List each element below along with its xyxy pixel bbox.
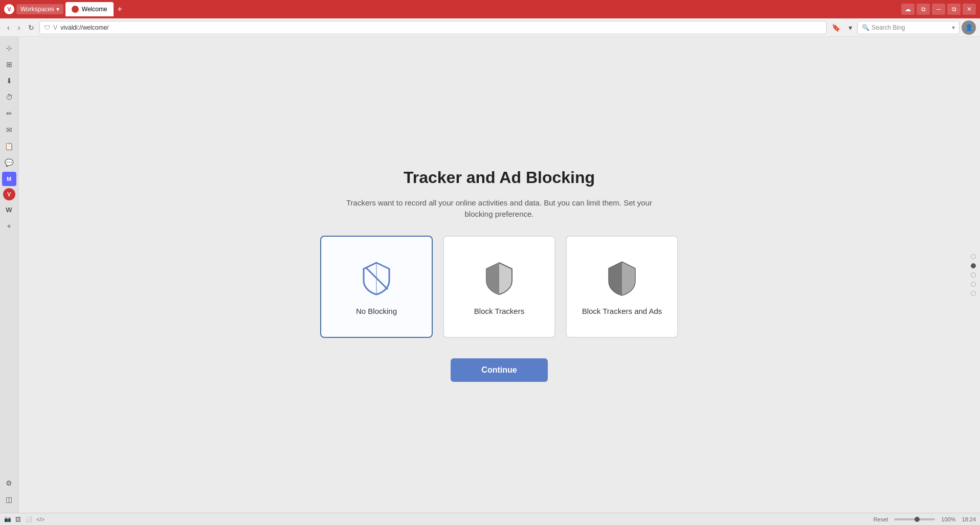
address-text: vivaldi://welcome/ xyxy=(60,24,108,31)
shield-security-icon: 🛡 xyxy=(44,24,50,31)
bookmark-chevron-button[interactable]: ▾ xyxy=(845,21,855,34)
page-dot-4[interactable] xyxy=(971,282,976,287)
search-icon: 🔍 xyxy=(862,24,870,31)
page-dot-5[interactable] xyxy=(971,291,976,296)
block-trackers-shield-icon xyxy=(479,258,520,299)
code-icon: </> xyxy=(36,516,44,522)
history-icon[interactable]: ⏱ xyxy=(2,90,16,104)
image-icon: 🖼 xyxy=(15,516,21,522)
contacts-icon[interactable]: 💬 xyxy=(2,155,16,170)
titlebar: V Workspaces ▾ Welcome + ☁ ⧉ ─ ⧉ ✕ xyxy=(0,0,980,18)
vivaldi-scheme-icon: V xyxy=(53,24,57,31)
block-trackers-label: Block Trackers xyxy=(474,307,524,315)
page-dot-1[interactable] xyxy=(971,254,976,259)
search-engine-chevron[interactable]: ▾ xyxy=(952,24,955,31)
wikipedia-icon[interactable]: W xyxy=(2,202,16,217)
settings-icon[interactable]: ⚙ xyxy=(2,476,16,490)
notes-icon[interactable]: ✏ xyxy=(2,106,16,121)
block-trackers-ads-option[interactable]: Block Trackers and Ads xyxy=(566,236,678,338)
mastodon-icon[interactable]: M xyxy=(2,172,16,186)
minimize-button[interactable]: ─ xyxy=(932,4,945,15)
reading-list-icon[interactable]: ⊞ xyxy=(2,57,16,72)
profile-avatar[interactable]: 👤 xyxy=(962,20,976,35)
vivaldi-logo: V xyxy=(4,4,14,14)
close-button[interactable]: ✕ xyxy=(963,4,976,15)
no-blocking-option[interactable]: No Blocking xyxy=(320,236,433,338)
back-button[interactable]: ‹ xyxy=(4,21,13,34)
navbar: ‹ › ↻ 🛡 V vivaldi://welcome/ 🔖 ▾ 🔍 Searc… xyxy=(0,18,980,37)
window-controls: ☁ ⧉ ─ ⧉ ✕ xyxy=(901,4,976,15)
bookmark-button[interactable]: 🔖 xyxy=(829,21,843,34)
tab-bar: Welcome + xyxy=(65,2,899,16)
bookmarks-icon[interactable]: ⊹ xyxy=(2,41,16,55)
page-title: Tracker and Ad Blocking xyxy=(404,168,595,187)
workspaces-label: Workspaces xyxy=(20,6,54,13)
no-blocking-shield-icon xyxy=(356,258,397,299)
workspaces-button[interactable]: Workspaces ▾ xyxy=(16,4,63,14)
address-bar[interactable]: 🛡 V vivaldi://welcome/ xyxy=(39,21,827,34)
content-area: Tracker and Ad Blocking Trackers want to… xyxy=(18,37,980,513)
block-trackers-ads-label: Block Trackers and Ads xyxy=(582,307,662,315)
search-bar[interactable]: 🔍 Search Bing ▾ xyxy=(857,21,960,34)
search-placeholder: Search Bing xyxy=(872,24,905,31)
calendar-icon[interactable]: 📋 xyxy=(2,139,16,153)
sidebar: ⊹ ⊞ ⬇ ⏱ ✏ ✉ 📋 💬 M V W + ⚙ ◫ xyxy=(0,37,18,513)
maximize-button[interactable]: ⧉ xyxy=(947,4,961,15)
zoom-slider[interactable] xyxy=(894,518,935,520)
clock: 18:24 xyxy=(962,516,976,522)
statusbar: 📷 🖼 ⬜ </> Reset 100% 18:24 xyxy=(0,513,980,525)
mail-icon[interactable]: ✉ xyxy=(2,123,16,137)
monitor-icon: ⬜ xyxy=(25,516,32,522)
block-trackers-option[interactable]: Block Trackers xyxy=(443,236,555,338)
duplicate-button[interactable]: ⧉ xyxy=(917,4,930,15)
tab-welcome[interactable]: Welcome xyxy=(65,2,114,16)
main-layout: ⊹ ⊞ ⬇ ⏱ ✏ ✉ 📋 💬 M V W + ⚙ ◫ Tracker and … xyxy=(0,37,980,513)
status-bar-toggle-icon[interactable]: ◫ xyxy=(2,492,16,507)
page-subtitle: Trackers want to record all your online … xyxy=(346,197,653,220)
statusbar-right: Reset 100% 18:24 xyxy=(874,516,976,522)
reload-button[interactable]: ↻ xyxy=(25,21,37,34)
reset-label[interactable]: Reset xyxy=(874,516,888,522)
vivaldi-social-icon[interactable]: V xyxy=(3,188,15,200)
tab-label: Welcome xyxy=(82,6,107,13)
page-navigation xyxy=(971,254,976,296)
continue-button[interactable]: Continue xyxy=(451,358,547,382)
page-dot-3[interactable] xyxy=(971,272,976,278)
block-trackers-ads-shield-icon xyxy=(602,258,642,299)
tab-favicon xyxy=(72,6,79,13)
camera-icon: 📷 xyxy=(4,516,11,522)
downloads-icon[interactable]: ⬇ xyxy=(2,74,16,88)
forward-button[interactable]: › xyxy=(15,21,24,34)
blocking-options: No Blocking Block Trackers xyxy=(320,236,678,338)
zoom-level: 100% xyxy=(941,516,955,522)
chevron-down-icon: ▾ xyxy=(56,6,59,13)
page-dot-2[interactable] xyxy=(971,263,976,268)
new-tab-button[interactable]: + xyxy=(115,4,125,15)
cloud-button[interactable]: ☁ xyxy=(901,4,915,15)
no-blocking-label: No Blocking xyxy=(356,307,397,315)
sidebar-bottom: ⚙ ◫ xyxy=(2,474,16,509)
add-panel-icon[interactable]: + xyxy=(2,219,16,233)
welcome-page: Tracker and Ad Blocking Trackers want to… xyxy=(295,168,704,382)
